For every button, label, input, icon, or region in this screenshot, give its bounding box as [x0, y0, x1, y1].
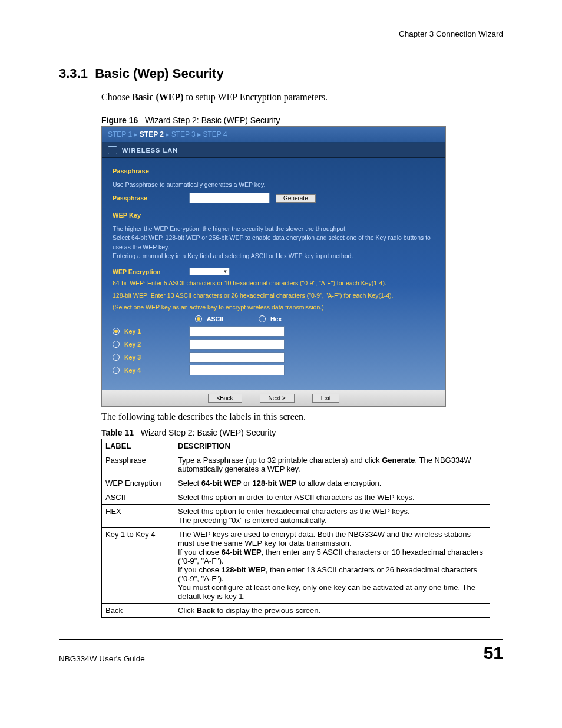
key-input[interactable] [189, 339, 285, 350]
back-button[interactable]: <Back [208, 394, 242, 403]
header-rule [59, 41, 503, 41]
passphrase-input[interactable] [189, 193, 270, 203]
table-row: ASCIISelect this option in order to ente… [102, 490, 490, 505]
table-label: Table 11 [101, 428, 134, 437]
cell-label: Back [102, 604, 174, 618]
table-row: HEXSelect this option to enter hexadecim… [102, 505, 490, 528]
radio-icon [113, 341, 120, 348]
cell-label: WEP Encryption [102, 476, 174, 490]
wep-help-3: Entering a manual key in a Key field and… [113, 252, 435, 261]
cell-description: Select this option in order to enter ASC… [174, 490, 490, 505]
description-table: LABEL DESCRIPTION PassphraseType a Passp… [101, 439, 490, 618]
key-input[interactable] [189, 352, 285, 363]
wizard-footer: <Back Next > Exit [102, 390, 445, 406]
next-button[interactable]: Next > [260, 394, 295, 403]
table-caption-text: Wizard Step 2: Basic (WEP) Security [141, 428, 276, 437]
wep-instruction-128: 128-bit WEP: Enter 13 ASCII characters o… [113, 291, 435, 300]
wizard-steps: STEP 1 ▸ STEP 2 ▸ STEP 3 ▸ STEP 4 [102, 127, 445, 143]
cell-description: Click Back to display the previous scree… [174, 604, 490, 618]
radio-icon [113, 354, 120, 361]
format-hex-radio[interactable]: Hex [259, 315, 282, 322]
wep-instruction-select: (Select one WEP key as an active key to … [113, 303, 435, 312]
radio-icon [113, 328, 120, 335]
chevron-right-icon: ▸ [132, 130, 140, 139]
intro-post: to setup WEP Encryption parameters. [184, 92, 328, 102]
table-caption: Table 11 Wizard Step 2: Basic (WEP) Secu… [101, 428, 503, 437]
key-row: Key 4 [113, 365, 435, 375]
key-radio[interactable]: Key 4 [113, 367, 189, 374]
wizard-step: STEP 1 [108, 130, 132, 139]
key-row: Key 3 [113, 352, 435, 363]
radio-icon [259, 315, 266, 322]
passphrase-label: Passphrase [113, 195, 183, 202]
key-radio[interactable]: Key 1 [113, 328, 189, 335]
table-row: WEP EncryptionSelect 64-bit WEP or 128-b… [102, 476, 490, 490]
cell-label: ASCII [102, 490, 174, 505]
wep-help-2: Select 64-bit WEP, 128-bit WEP or 256-bi… [113, 233, 435, 251]
wizard-screenshot: STEP 1 ▸ STEP 2 ▸ STEP 3 ▸ STEP 4 WIRELE… [101, 126, 446, 407]
after-shot-text: The following table describes the labels… [101, 411, 503, 422]
wizard-step: STEP 3 [171, 130, 196, 139]
passphrase-hint: Use Passphrase to automatically generate… [113, 180, 435, 189]
format-ascii-radio[interactable]: ASCII [195, 315, 223, 322]
wireless-icon [108, 146, 117, 154]
chevron-right-icon: ▸ [196, 130, 203, 139]
cell-label: Passphrase [102, 453, 174, 476]
intro-bold: Basic (WEP) [132, 92, 184, 102]
passphrase-section-title: Passphrase [113, 167, 435, 174]
cell-label: Key 1 to Key 4 [102, 528, 174, 604]
section-title-text: Basic (Wep) Security [95, 66, 223, 81]
key-input[interactable] [189, 326, 285, 337]
wizard-step: STEP 4 [203, 130, 227, 139]
exit-button[interactable]: Exit [312, 394, 340, 403]
wizard-step: STEP 2 [140, 130, 164, 139]
section-intro: Choose Basic (WEP) to setup WEP Encrypti… [101, 92, 503, 103]
wlan-title: WIRELESS LAN [122, 147, 178, 154]
radio-icon [195, 315, 202, 322]
figure-label: Figure 16 [101, 116, 138, 125]
key-format-row: ASCII Hex [195, 315, 435, 322]
wep-help-1: The higher the WEP Encryption, the highe… [113, 225, 435, 233]
wep-encryption-select[interactable]: 64-bit WEP [189, 268, 230, 275]
radio-icon [113, 367, 120, 374]
table-row: BackClick Back to display the previous s… [102, 604, 490, 618]
wep-encryption-label: WEP Encryption [113, 268, 183, 275]
section-number: 3.3.1 [59, 66, 88, 81]
wep-instruction-64: 64-bit WEP: Enter 5 ASCII characters or … [113, 279, 435, 288]
page-number: 51 [484, 643, 503, 663]
wlan-panel-header: WIRELESS LAN [102, 143, 445, 158]
th-label: LABEL [102, 439, 174, 453]
figure-caption: Figure 16 Wizard Step 2: Basic (WEP) Sec… [101, 116, 503, 125]
page-footer: NBG334W User's Guide 51 [59, 639, 503, 663]
key-radio[interactable]: Key 3 [113, 354, 189, 361]
key-input[interactable] [189, 365, 285, 375]
footer-guide: NBG334W User's Guide [59, 654, 145, 663]
cell-description: The WEP keys are used to encrypt data. B… [174, 528, 490, 604]
generate-button[interactable]: Generate [276, 194, 316, 203]
cell-description: Select 64-bit WEP or 128-bit WEP to allo… [174, 476, 490, 490]
table-header-row: LABEL DESCRIPTION [102, 439, 490, 453]
cell-description: Type a Passphrase (up to 32 printable ch… [174, 453, 490, 476]
key-row: Key 1 [113, 326, 435, 337]
th-description: DESCRIPTION [174, 439, 490, 453]
cell-label: HEX [102, 505, 174, 528]
cell-description: Select this option to enter hexadecimal … [174, 505, 490, 528]
table-row: Key 1 to Key 4The WEP keys are used to e… [102, 528, 490, 604]
key-row: Key 2 [113, 339, 435, 350]
key-radio[interactable]: Key 2 [113, 341, 189, 348]
wepkey-section-title: WEP Key [113, 212, 435, 219]
table-row: PassphraseType a Passphrase (up to 32 pr… [102, 453, 490, 476]
chapter-header: Chapter 3 Connection Wizard [59, 29, 503, 38]
intro-pre: Choose [101, 92, 132, 102]
section-heading: 3.3.1 Basic (Wep) Security [59, 66, 503, 81]
chevron-right-icon: ▸ [164, 130, 171, 139]
figure-caption-text: Wizard Step 2: Basic (WEP) Security [145, 116, 280, 125]
